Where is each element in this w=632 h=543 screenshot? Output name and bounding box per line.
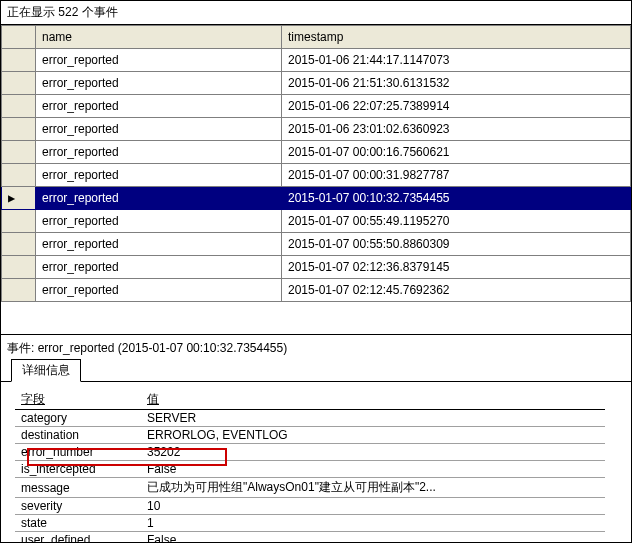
detail-cell-field: destination — [15, 427, 141, 444]
row-indicator — [2, 118, 36, 141]
detail-row[interactable]: categorySERVER — [15, 410, 605, 427]
cell-timestamp: 2015-01-07 00:55:50.8860309 — [282, 233, 631, 256]
detail-cell-value: 已成功为可用性组"AlwaysOn01"建立从可用性副本"2... — [141, 478, 605, 498]
detail-cell-field: category — [15, 410, 141, 427]
detail-cell-value: 10 — [141, 498, 605, 515]
detail-header: 事件: error_reported (2015-01-07 00:10:32.… — [1, 335, 631, 362]
detail-cell-field: user_defined — [15, 532, 141, 543]
cell-timestamp: 2015-01-06 21:51:30.6131532 — [282, 72, 631, 95]
row-indicator — [2, 256, 36, 279]
detail-cell-field: message — [15, 478, 141, 498]
summary-prefix: 正在显示 — [7, 5, 55, 19]
table-row[interactable]: error_reported2015-01-07 00:55:49.119527… — [2, 210, 631, 233]
cell-timestamp: 2015-01-07 00:10:32.7354455 — [282, 187, 631, 210]
detail-cell-value: ERRORLOG, EVENTLOG — [141, 427, 605, 444]
detail-cell-value: False — [141, 461, 605, 478]
row-indicator — [2, 95, 36, 118]
detail-col-field[interactable]: 字段 — [15, 390, 141, 410]
header-name[interactable]: name — [36, 26, 282, 49]
summary-count: 522 — [58, 5, 78, 19]
cell-name: error_reported — [36, 118, 282, 141]
detail-cell-field: state — [15, 515, 141, 532]
row-indicator — [2, 279, 36, 302]
detail-row[interactable]: error_number35202 — [15, 444, 605, 461]
detail-row[interactable]: severity10 — [15, 498, 605, 515]
detail-row[interactable]: is_interceptedFalse — [15, 461, 605, 478]
cell-timestamp: 2015-01-07 00:00:16.7560621 — [282, 141, 631, 164]
detail-cell-value: 1 — [141, 515, 605, 532]
summary-bar: 正在显示 522 个事件 — [1, 1, 631, 25]
cell-name: error_reported — [36, 164, 282, 187]
detail-row[interactable]: destinationERRORLOG, EVENTLOG — [15, 427, 605, 444]
cell-name: error_reported — [36, 72, 282, 95]
row-indicator — [2, 141, 36, 164]
header-timestamp[interactable]: timestamp — [282, 26, 631, 49]
row-indicator — [2, 210, 36, 233]
table-row[interactable]: error_reported2015-01-07 00:55:50.886030… — [2, 233, 631, 256]
cell-timestamp: 2015-01-06 22:07:25.7389914 — [282, 95, 631, 118]
detail-col-value[interactable]: 值 — [141, 390, 605, 410]
detail-header-value: error_reported (2015-01-07 00:10:32.7354… — [38, 341, 288, 355]
cell-name: error_reported — [36, 210, 282, 233]
events-header-row: name timestamp — [2, 26, 631, 49]
detail-row[interactable]: state1 — [15, 515, 605, 532]
cell-name: error_reported — [36, 279, 282, 302]
detail-tabstrip: 详细信息 — [1, 362, 631, 382]
detail-cell-field: is_intercepted — [15, 461, 141, 478]
detail-body: 字段 值 categorySERVERdestinationERRORLOG, … — [1, 382, 631, 542]
detail-cell-value: SERVER — [141, 410, 605, 427]
detail-cell-value: False — [141, 532, 605, 543]
table-row[interactable]: error_reported2015-01-06 21:44:17.114707… — [2, 49, 631, 72]
detail-cell-field: error_number — [15, 444, 141, 461]
table-row[interactable]: error_reported2015-01-06 23:01:02.636092… — [2, 118, 631, 141]
row-indicator — [2, 49, 36, 72]
detail-header-row: 字段 值 — [15, 390, 605, 410]
header-indicator[interactable] — [2, 26, 36, 49]
cell-timestamp: 2015-01-07 00:00:31.9827787 — [282, 164, 631, 187]
detail-table[interactable]: 字段 值 categorySERVERdestinationERRORLOG, … — [15, 390, 605, 542]
cell-timestamp: 2015-01-06 23:01:02.6360923 — [282, 118, 631, 141]
cell-name: error_reported — [36, 49, 282, 72]
cell-timestamp: 2015-01-06 21:44:17.1147073 — [282, 49, 631, 72]
cell-timestamp: 2015-01-07 02:12:45.7692362 — [282, 279, 631, 302]
detail-row[interactable]: user_definedFalse — [15, 532, 605, 543]
table-row[interactable]: ▶error_reported2015-01-07 00:10:32.73544… — [2, 187, 631, 210]
events-grid-pane: name timestamp error_reported2015-01-06 … — [1, 25, 631, 335]
cell-name: error_reported — [36, 95, 282, 118]
detail-cell-field: severity — [15, 498, 141, 515]
table-row[interactable]: error_reported2015-01-06 21:51:30.613153… — [2, 72, 631, 95]
summary-suffix: 个事件 — [82, 5, 118, 19]
table-row[interactable]: error_reported2015-01-07 02:12:36.837914… — [2, 256, 631, 279]
table-row[interactable]: error_reported2015-01-07 00:00:31.982778… — [2, 164, 631, 187]
cell-timestamp: 2015-01-07 02:12:36.8379145 — [282, 256, 631, 279]
tab-detail[interactable]: 详细信息 — [11, 359, 81, 382]
cell-name: error_reported — [36, 141, 282, 164]
detail-cell-value: 35202 — [141, 444, 605, 461]
table-row[interactable]: error_reported2015-01-07 02:12:45.769236… — [2, 279, 631, 302]
cell-name: error_reported — [36, 256, 282, 279]
events-table[interactable]: name timestamp error_reported2015-01-06 … — [1, 25, 631, 302]
row-indicator — [2, 233, 36, 256]
cell-timestamp: 2015-01-07 00:55:49.1195270 — [282, 210, 631, 233]
row-indicator: ▶ — [2, 187, 36, 210]
row-indicator — [2, 72, 36, 95]
cell-name: error_reported — [36, 187, 282, 210]
table-row[interactable]: error_reported2015-01-07 00:00:16.756062… — [2, 141, 631, 164]
table-row[interactable]: error_reported2015-01-06 22:07:25.738991… — [2, 95, 631, 118]
cell-name: error_reported — [36, 233, 282, 256]
row-indicator — [2, 164, 36, 187]
detail-header-label: 事件: — [7, 341, 34, 355]
detail-row[interactable]: message已成功为可用性组"AlwaysOn01"建立从可用性副本"2... — [15, 478, 605, 498]
